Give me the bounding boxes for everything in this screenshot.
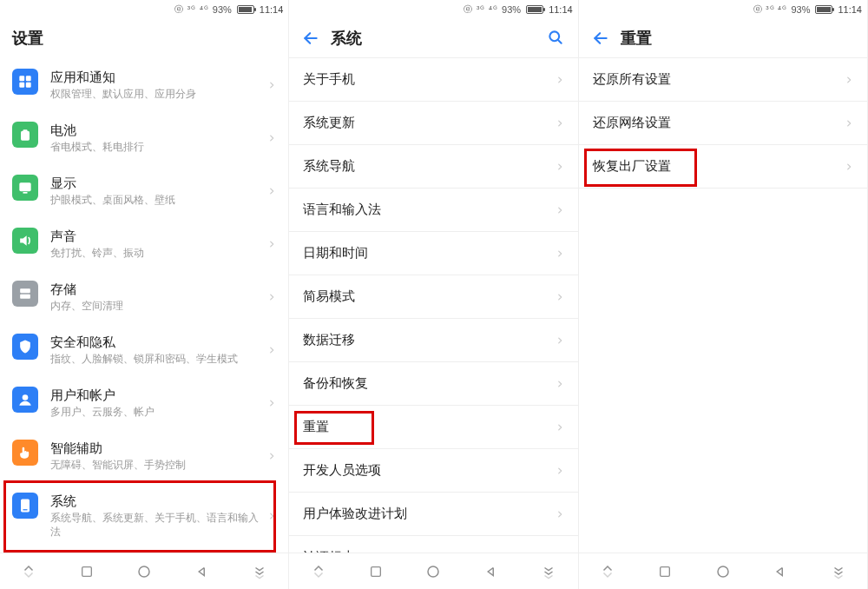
nav-recent-icon[interactable] bbox=[358, 565, 393, 579]
nav-voice-icon[interactable] bbox=[11, 564, 46, 579]
list-item[interactable]: 开发人员选项 bbox=[289, 449, 577, 493]
chevron-right-icon bbox=[556, 465, 564, 477]
nav-recent-icon[interactable] bbox=[648, 565, 682, 579]
nav-back-icon[interactable] bbox=[474, 564, 509, 579]
settings-item[interactable]: 声音免打扰、铃声、振动 bbox=[0, 217, 288, 270]
list-item-label: 系统导航 bbox=[303, 158, 355, 175]
screen-system: ⓔ ³ᴳ ⁴ᴳ 93% 11:14 系统 关于手机系统更新系统导航语言和输入法日… bbox=[289, 0, 578, 589]
list-item[interactable]: 日期和时间 bbox=[289, 232, 577, 275]
chevron-right-icon bbox=[267, 344, 276, 356]
svg-rect-12 bbox=[20, 294, 30, 299]
list-item-subtitle: 系统导航、系统更新、关于手机、语言和输入法 bbox=[50, 511, 262, 539]
list-item[interactable]: 还原所有设置 bbox=[579, 58, 867, 102]
reset-list[interactable]: 还原所有设置还原网络设置恢复出厂设置 bbox=[579, 58, 867, 553]
chevron-right-icon bbox=[267, 450, 276, 462]
nav-home-icon[interactable] bbox=[706, 564, 740, 579]
list-item-label: 日期和时间 bbox=[303, 245, 368, 261]
nav-dropdown-icon[interactable] bbox=[242, 564, 277, 579]
battery-icon bbox=[526, 5, 543, 14]
svg-rect-6 bbox=[26, 83, 31, 88]
list-item-label: 还原网络设置 bbox=[593, 115, 671, 131]
list-item-title: 安全和隐私 bbox=[50, 334, 262, 351]
clock: 11:14 bbox=[549, 4, 573, 15]
screen-reset: ⓔ ³ᴳ ⁴ᴳ 93% 11:14 重置 还原所有设置还原网络设置恢复出厂设置 bbox=[579, 0, 868, 589]
svg-rect-4 bbox=[26, 76, 31, 81]
list-item-title: 存储 bbox=[50, 281, 262, 298]
system-list[interactable]: 关于手机系统更新系统导航语言和输入法日期和时间简易模式数据迁移备份和恢复重置开发… bbox=[289, 58, 577, 553]
chevron-right-icon bbox=[556, 248, 564, 260]
svg-rect-3 bbox=[19, 76, 24, 81]
search-icon[interactable] bbox=[547, 29, 566, 48]
settings-list[interactable]: WLAN、双卡管理、移动网络设备连接蓝牙、NFC、打印应用和通知权限管理、默认应… bbox=[0, 57, 288, 553]
list-item-label: 系统更新 bbox=[303, 115, 355, 131]
chevron-right-icon bbox=[845, 161, 853, 173]
list-item[interactable]: 语言和输入法 bbox=[289, 189, 577, 232]
list-item[interactable]: 简易模式 bbox=[289, 275, 577, 318]
shield-icon bbox=[12, 334, 38, 360]
settings-item[interactable]: 用户和帐户多用户、云服务、帐户 bbox=[0, 376, 288, 429]
svg-rect-15 bbox=[23, 509, 28, 510]
nav-home-icon[interactable] bbox=[127, 564, 161, 579]
nav-bar bbox=[289, 553, 577, 589]
list-item[interactable]: 认证标志 bbox=[289, 536, 577, 553]
chevron-right-icon bbox=[267, 397, 276, 409]
list-item-label: 重置 bbox=[303, 419, 329, 435]
system-icon bbox=[12, 493, 38, 519]
status-bar: ⓔ ³ᴳ ⁴ᴳ 93% 11:14 bbox=[0, 0, 288, 19]
svg-point-13 bbox=[23, 394, 29, 400]
list-item-subtitle: 指纹、人脸解锁、锁屏和密码、学生模式 bbox=[50, 352, 262, 366]
list-item-label: 认证标志 bbox=[303, 549, 355, 553]
settings-item[interactable]: 显示护眼模式、桌面风格、壁纸 bbox=[0, 164, 288, 217]
nav-dropdown-icon[interactable] bbox=[531, 564, 566, 579]
battery-icon bbox=[12, 122, 38, 148]
nav-back-icon[interactable] bbox=[763, 564, 798, 579]
list-item-label: 备份和恢复 bbox=[303, 375, 368, 392]
nav-home-icon[interactable] bbox=[416, 564, 450, 579]
chevron-right-icon bbox=[267, 291, 276, 303]
svg-rect-21 bbox=[372, 566, 381, 576]
header: 系统 bbox=[289, 19, 577, 58]
svg-line-20 bbox=[558, 40, 562, 43]
settings-item[interactable]: 智能辅助无障碍、智能识屏、手势控制 bbox=[0, 429, 288, 482]
settings-item[interactable]: 应用和通知权限管理、默认应用、应用分身 bbox=[0, 58, 288, 111]
page-title: 系统 bbox=[331, 28, 546, 49]
list-item-label: 用户体验改进计划 bbox=[303, 506, 407, 522]
list-item[interactable]: 还原网络设置 bbox=[579, 102, 867, 145]
nav-back-icon[interactable] bbox=[185, 564, 220, 579]
list-item-title: 用户和帐户 bbox=[50, 387, 262, 404]
list-item[interactable]: 关于手机 bbox=[289, 58, 577, 102]
list-item[interactable]: 备份和恢复 bbox=[289, 362, 577, 406]
list-item[interactable]: 恢复出厂设置 bbox=[579, 145, 867, 189]
list-item[interactable]: 数据迁移 bbox=[289, 319, 577, 362]
svg-rect-24 bbox=[661, 566, 670, 576]
page-title: 重置 bbox=[621, 28, 855, 49]
nav-voice-icon[interactable] bbox=[301, 564, 336, 579]
list-item-title: 应用和通知 bbox=[50, 69, 262, 86]
chevron-right-icon bbox=[556, 161, 564, 173]
list-item[interactable]: 系统导航 bbox=[289, 145, 577, 188]
list-item[interactable]: 系统更新 bbox=[289, 102, 577, 144]
nav-recent-icon[interactable] bbox=[69, 565, 104, 579]
storage-icon bbox=[12, 281, 38, 307]
settings-item[interactable]: 系统系统导航、系统更新、关于手机、语言和输入法 bbox=[0, 482, 288, 549]
nav-dropdown-icon[interactable] bbox=[821, 564, 856, 579]
status-bar: ⓔ ³ᴳ ⁴ᴳ 93% 11:14 bbox=[579, 0, 867, 19]
back-button[interactable] bbox=[591, 29, 610, 48]
list-item-title: 显示 bbox=[50, 175, 262, 192]
chevron-right-icon bbox=[556, 378, 564, 390]
list-item[interactable]: 用户体验改进计划 bbox=[289, 493, 577, 536]
list-item[interactable]: 重置 bbox=[289, 406, 577, 448]
page-title: 设置 bbox=[12, 28, 276, 49]
nav-voice-icon[interactable] bbox=[590, 564, 625, 579]
list-item-subtitle: 多用户、云服务、帐户 bbox=[50, 405, 262, 419]
settings-item[interactable]: 安全和隐私指纹、人脸解锁、锁屏和密码、学生模式 bbox=[0, 323, 288, 376]
svg-rect-9 bbox=[19, 182, 30, 191]
list-item-subtitle: 免打扰、铃声、振动 bbox=[50, 246, 262, 260]
status-icons: ⓔ ³ᴳ ⁴ᴳ bbox=[753, 3, 788, 16]
list-item-subtitle: 护眼模式、桌面风格、壁纸 bbox=[50, 193, 262, 207]
settings-item[interactable]: 存储内存、空间清理 bbox=[0, 270, 288, 323]
settings-item[interactable]: 电池省电模式、耗电排行 bbox=[0, 111, 288, 164]
chevron-right-icon bbox=[845, 74, 853, 86]
list-item-label: 关于手机 bbox=[303, 71, 355, 88]
back-button[interactable] bbox=[301, 29, 320, 48]
